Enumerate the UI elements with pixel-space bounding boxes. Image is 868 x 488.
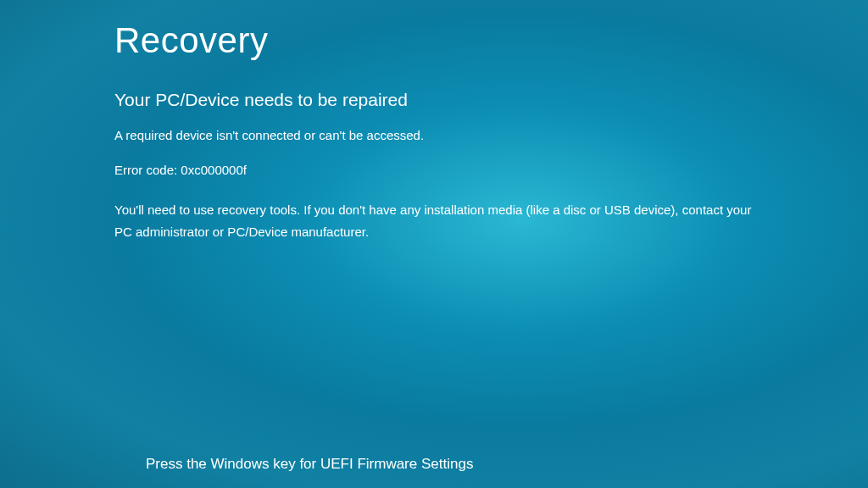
error-code: Error code: 0xc000000f	[114, 163, 868, 177]
error-message: A required device isn't connected or can…	[114, 127, 868, 144]
recovery-screen: Recovery Your PC/Device needs to be repa…	[0, 0, 868, 488]
error-subtitle: Your PC/Device needs to be repaired	[114, 90, 868, 110]
page-title: Recovery	[114, 20, 868, 61]
uefi-hint: Press the Windows key for UEFI Firmware …	[146, 456, 473, 473]
recovery-instructions: You'll need to use recovery tools. If yo…	[114, 199, 759, 244]
